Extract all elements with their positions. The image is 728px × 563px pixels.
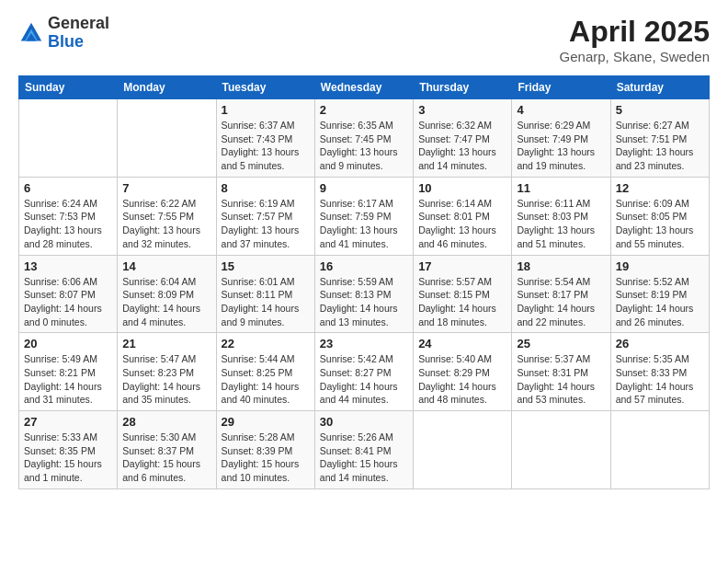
header: General Blue April 2025 Genarp, Skane, S… <box>18 15 710 64</box>
day-info: Sunrise: 6:22 AMSunset: 7:55 PMDaylight:… <box>122 197 210 251</box>
page: General Blue April 2025 Genarp, Skane, S… <box>0 0 728 563</box>
day-info: Sunrise: 5:44 AMSunset: 8:25 PMDaylight:… <box>222 352 310 407</box>
day-number: 30 <box>320 415 408 429</box>
day-cell: 24Sunrise: 5:40 AMSunset: 8:29 PMDayligh… <box>414 333 512 411</box>
day-number: 20 <box>24 337 112 350</box>
day-info: Sunrise: 5:42 AMSunset: 8:27 PMDaylight:… <box>320 352 408 407</box>
title-block: April 2025 Genarp, Skane, Sweden <box>560 15 710 64</box>
day-info: Sunrise: 5:59 AMSunset: 8:13 PMDaylight:… <box>320 275 408 329</box>
day-cell: 1Sunrise: 6:37 AMSunset: 7:43 PMDaylight… <box>216 99 314 178</box>
day-cell: 29Sunrise: 5:28 AMSunset: 8:39 PMDayligh… <box>216 411 314 489</box>
day-info: Sunrise: 6:09 AMSunset: 8:05 PMDaylight:… <box>616 197 704 251</box>
day-number: 27 <box>24 415 112 429</box>
day-cell: 16Sunrise: 5:59 AMSunset: 8:13 PMDayligh… <box>314 255 413 333</box>
day-number: 26 <box>616 337 704 350</box>
day-info: Sunrise: 6:14 AMSunset: 8:01 PMDaylight:… <box>418 197 506 251</box>
calendar: SundayMondayTuesdayWednesdayThursdayFrid… <box>18 75 710 489</box>
day-info: Sunrise: 6:06 AMSunset: 8:07 PMDaylight:… <box>24 275 112 329</box>
day-cell: 9Sunrise: 6:17 AMSunset: 7:59 PMDaylight… <box>314 177 413 255</box>
logo: General Blue <box>18 15 109 52</box>
day-number: 28 <box>122 415 210 429</box>
day-number: 13 <box>24 259 112 273</box>
day-info: Sunrise: 6:24 AMSunset: 7:53 PMDaylight:… <box>24 197 112 251</box>
day-cell: 4Sunrise: 6:29 AMSunset: 7:49 PMDaylight… <box>512 99 610 178</box>
day-number: 29 <box>222 415 310 429</box>
day-cell: 11Sunrise: 6:11 AMSunset: 8:03 PMDayligh… <box>512 177 610 255</box>
day-info: Sunrise: 6:19 AMSunset: 7:57 PMDaylight:… <box>222 197 310 251</box>
week-row-4: 27Sunrise: 5:33 AMSunset: 8:35 PMDayligh… <box>19 411 710 489</box>
day-cell: 14Sunrise: 6:04 AMSunset: 8:09 PMDayligh… <box>118 255 216 333</box>
day-number: 22 <box>222 337 310 350</box>
day-info: Sunrise: 5:28 AMSunset: 8:39 PMDaylight:… <box>222 431 310 485</box>
day-cell <box>118 99 216 178</box>
day-cell: 5Sunrise: 6:27 AMSunset: 7:51 PMDaylight… <box>610 99 709 178</box>
day-number: 12 <box>616 181 704 195</box>
day-number: 9 <box>320 181 408 195</box>
header-day-thursday: Thursday <box>414 76 512 99</box>
week-row-1: 6Sunrise: 6:24 AMSunset: 7:53 PMDaylight… <box>19 177 710 255</box>
header-day-tuesday: Tuesday <box>216 76 314 99</box>
day-number: 2 <box>320 103 408 117</box>
day-cell: 12Sunrise: 6:09 AMSunset: 8:05 PMDayligh… <box>610 177 709 255</box>
calendar-body: 1Sunrise: 6:37 AMSunset: 7:43 PMDaylight… <box>19 99 710 489</box>
day-info: Sunrise: 5:57 AMSunset: 8:15 PMDaylight:… <box>418 275 506 329</box>
day-info: Sunrise: 5:54 AMSunset: 8:17 PMDaylight:… <box>517 275 605 329</box>
day-cell: 6Sunrise: 6:24 AMSunset: 7:53 PMDaylight… <box>19 177 118 255</box>
day-number: 10 <box>418 181 506 195</box>
day-info: Sunrise: 5:26 AMSunset: 8:41 PMDaylight:… <box>320 431 408 485</box>
day-cell: 23Sunrise: 5:42 AMSunset: 8:27 PMDayligh… <box>314 333 413 411</box>
day-info: Sunrise: 6:29 AMSunset: 7:49 PMDaylight:… <box>517 119 605 173</box>
day-info: Sunrise: 6:37 AMSunset: 7:43 PMDaylight:… <box>222 119 310 173</box>
day-number: 21 <box>122 337 210 350</box>
day-cell <box>19 99 118 178</box>
day-info: Sunrise: 5:49 AMSunset: 8:21 PMDaylight:… <box>24 352 112 407</box>
day-number: 14 <box>122 259 210 273</box>
day-cell: 13Sunrise: 6:06 AMSunset: 8:07 PMDayligh… <box>19 255 118 333</box>
day-number: 3 <box>418 103 506 117</box>
day-number: 24 <box>418 337 506 350</box>
day-info: Sunrise: 6:01 AMSunset: 8:11 PMDaylight:… <box>222 275 310 329</box>
day-number: 7 <box>122 181 210 195</box>
logo-blue: Blue <box>48 33 109 52</box>
day-info: Sunrise: 5:35 AMSunset: 8:33 PMDaylight:… <box>616 352 704 407</box>
day-cell: 2Sunrise: 6:35 AMSunset: 7:45 PMDaylight… <box>314 99 413 178</box>
day-cell <box>512 411 610 489</box>
day-number: 17 <box>418 259 506 273</box>
day-cell: 20Sunrise: 5:49 AMSunset: 8:21 PMDayligh… <box>19 333 118 411</box>
day-info: Sunrise: 5:52 AMSunset: 8:19 PMDaylight:… <box>616 275 704 329</box>
day-number: 19 <box>616 259 704 273</box>
logo-icon <box>18 20 44 46</box>
header-day-monday: Monday <box>118 76 216 99</box>
day-cell: 28Sunrise: 5:30 AMSunset: 8:37 PMDayligh… <box>118 411 216 489</box>
day-info: Sunrise: 6:32 AMSunset: 7:47 PMDaylight:… <box>418 119 506 173</box>
day-number: 11 <box>517 181 605 195</box>
day-info: Sunrise: 5:37 AMSunset: 8:31 PMDaylight:… <box>517 352 605 407</box>
header-day-wednesday: Wednesday <box>314 76 413 99</box>
week-row-0: 1Sunrise: 6:37 AMSunset: 7:43 PMDaylight… <box>19 99 710 178</box>
day-cell: 10Sunrise: 6:14 AMSunset: 8:01 PMDayligh… <box>414 177 512 255</box>
day-info: Sunrise: 6:27 AMSunset: 7:51 PMDaylight:… <box>616 119 704 173</box>
day-number: 15 <box>222 259 310 273</box>
day-info: Sunrise: 6:11 AMSunset: 8:03 PMDaylight:… <box>517 197 605 251</box>
header-day-friday: Friday <box>512 76 610 99</box>
day-info: Sunrise: 5:30 AMSunset: 8:37 PMDaylight:… <box>122 431 210 485</box>
day-number: 16 <box>320 259 408 273</box>
calendar-header: SundayMondayTuesdayWednesdayThursdayFrid… <box>19 76 710 99</box>
logo-general: General <box>48 15 109 33</box>
day-number: 25 <box>517 337 605 350</box>
day-cell: 27Sunrise: 5:33 AMSunset: 8:35 PMDayligh… <box>19 411 118 489</box>
day-cell: 30Sunrise: 5:26 AMSunset: 8:41 PMDayligh… <box>314 411 413 489</box>
header-day-saturday: Saturday <box>610 76 709 99</box>
day-cell: 7Sunrise: 6:22 AMSunset: 7:55 PMDaylight… <box>118 177 216 255</box>
header-day-sunday: Sunday <box>19 76 118 99</box>
day-number: 5 <box>616 103 704 117</box>
day-number: 23 <box>320 337 408 350</box>
day-number: 4 <box>517 103 605 117</box>
header-row: SundayMondayTuesdayWednesdayThursdayFrid… <box>19 76 710 99</box>
day-cell: 3Sunrise: 6:32 AMSunset: 7:47 PMDaylight… <box>414 99 512 178</box>
day-number: 1 <box>222 103 310 117</box>
day-cell <box>610 411 709 489</box>
day-cell: 21Sunrise: 5:47 AMSunset: 8:23 PMDayligh… <box>118 333 216 411</box>
day-info: Sunrise: 6:35 AMSunset: 7:45 PMDaylight:… <box>320 119 408 173</box>
day-info: Sunrise: 5:40 AMSunset: 8:29 PMDaylight:… <box>418 352 506 407</box>
